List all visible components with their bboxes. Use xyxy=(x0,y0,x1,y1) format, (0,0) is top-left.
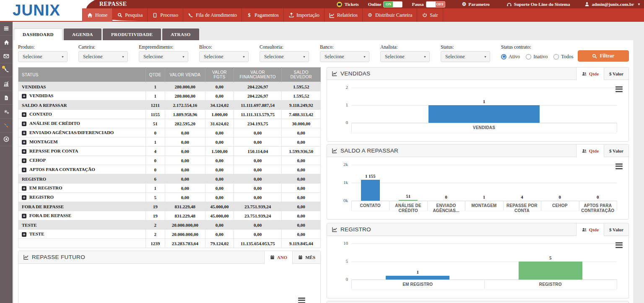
radio-todos[interactable]: Todos xyxy=(553,54,573,60)
expand-plus-icon[interactable]: + xyxy=(22,232,26,237)
tab-produtividade[interactable]: PRODUTIVIDADE xyxy=(103,28,161,40)
chart-bar-em-registro[interactable] xyxy=(386,276,449,280)
nav-item-sair[interactable]: Sair xyxy=(417,8,443,22)
sidebar-item-charts[interactable] xyxy=(0,77,13,91)
nav-item-pagamentos[interactable]: $Pagamentos xyxy=(242,8,284,22)
radio-ativo[interactable]: Ativo xyxy=(501,54,520,60)
panel-saldo-a-repassar: SALDO A REPASSARQtde$ Valor 0k1k2k1 155C… xyxy=(327,144,629,220)
column-header-status[interactable]: STATUS xyxy=(18,67,146,82)
value-cell: 282.595,20 xyxy=(165,119,205,128)
chart-gridline xyxy=(351,183,617,183)
nav-item-importaaao[interactable]: Importação xyxy=(284,8,325,22)
radio-inativo[interactable]: Inativo xyxy=(526,54,548,60)
expand-plus-icon[interactable]: + xyxy=(22,94,26,98)
carteira-select[interactable]: Selecione▼ xyxy=(78,51,128,62)
chart-export-menu-icon[interactable] xyxy=(615,85,623,93)
column-header-valor-fgts[interactable]: VALOR FGTS xyxy=(205,67,234,82)
value-cell: 280.000,00 xyxy=(165,91,205,101)
panel-tab-qtde[interactable]: Qtde xyxy=(576,145,604,157)
expand-plus-icon[interactable]: + xyxy=(22,158,26,163)
expand-plus-icon[interactable]: + xyxy=(22,195,26,200)
nav-item-fila-de-atendimento[interactable]: Fila de Atendimento xyxy=(183,8,242,22)
parametro-label: Parametro xyxy=(468,2,490,7)
power-icon xyxy=(422,13,427,18)
filter-group-consultoria: Consultoria:Selecione▼ xyxy=(260,44,309,62)
value-cell: 0,00 xyxy=(205,184,234,193)
consultoria-select[interactable]: Selecione▼ xyxy=(260,51,309,62)
panel-tab-$-valor[interactable]: $ Valor xyxy=(604,145,628,157)
column-header-valor-financiamento[interactable]: VALOR FINANCIAMENTO xyxy=(234,67,282,82)
expand-plus-icon[interactable]: + xyxy=(22,186,26,191)
panel-tab-ano[interactable]: ANO xyxy=(264,251,292,264)
filter-label: Consultoria: xyxy=(260,44,309,49)
sidebar-item-menu[interactable] xyxy=(0,22,13,36)
x-axis-category-label: APTOS PARA CONTRATAÇÃO xyxy=(581,203,615,213)
tab-atraso[interactable]: ATRASO xyxy=(162,28,199,40)
online-toggle[interactable]: ON xyxy=(383,1,402,8)
column-header-qtde[interactable]: QTDE xyxy=(145,67,165,82)
banco-select[interactable]: Selecione▼ xyxy=(320,51,369,62)
expand-plus-icon[interactable]: + xyxy=(22,149,26,154)
parametro-button[interactable]: ⚙ Parametro xyxy=(462,2,490,7)
headset-icon xyxy=(506,2,512,7)
bloco-select[interactable]: Selecione▼ xyxy=(199,51,249,62)
sidebar-item-phone[interactable] xyxy=(0,63,13,77)
expand-plus-icon[interactable]: + xyxy=(22,131,26,135)
produto-select[interactable]: Selecione▼ xyxy=(18,51,68,62)
table-row-total-total: 123923.283.783,6479.124,0211.135.654.053… xyxy=(18,239,321,248)
value-cell: 23.751.939,24 xyxy=(234,202,282,211)
sidebar-item-go[interactable] xyxy=(0,132,13,146)
value-cell: 0,00 xyxy=(234,128,282,137)
expand-plus-icon[interactable]: + xyxy=(22,214,26,218)
filtrar-button[interactable]: Filtrar xyxy=(578,50,629,62)
nav-item-distribuir-carteira[interactable]: ⚙Distribuir Carteira xyxy=(363,8,417,22)
value-cell: 45.000,00 xyxy=(205,202,234,211)
pausa-toggle[interactable]: OFF xyxy=(426,1,445,8)
panel-registro-header: REGISTROQtde$ Valor xyxy=(327,223,628,236)
chart-gridline xyxy=(351,165,617,165)
user-menu[interactable]: admin@junix.com.br ▼ xyxy=(584,2,641,7)
column-header-valor-venda[interactable]: VALOR VENDA xyxy=(165,67,205,82)
nav-item-home[interactable]: Home xyxy=(82,8,112,22)
filter-group-produto: Produto:Selecione▼ xyxy=(18,44,68,62)
cogs-icon: ⚙ xyxy=(462,2,467,7)
nav-item-relatorios[interactable]: Relatórios xyxy=(325,8,363,22)
chart-export-menu-icon[interactable] xyxy=(615,162,623,170)
panel-tab-qtde[interactable]: Qtde xyxy=(576,67,604,80)
status-select[interactable]: Selecione▼ xyxy=(441,51,490,62)
empreendimento-select[interactable]: Selecione▼ xyxy=(139,51,188,62)
expand-plus-icon[interactable]: + xyxy=(22,140,26,145)
sidebar-item-junix[interactable] xyxy=(0,119,13,132)
panel-tab-mes[interactable]: MÊS xyxy=(292,251,320,264)
value-cell: 0,00 xyxy=(234,137,282,147)
filter-label: Produto: xyxy=(18,44,68,49)
chart-bar-vendidas[interactable] xyxy=(428,105,540,123)
expand-plus-icon[interactable]: + xyxy=(22,112,26,117)
tab-agenda[interactable]: AGENDA xyxy=(64,28,101,40)
tickets-group[interactable]: Tickets xyxy=(336,1,359,8)
sidebar-item-mail[interactable] xyxy=(0,49,13,63)
content-sheet: Produto:Selecione▼Carteira:Selecione▼Emp… xyxy=(14,40,633,303)
panel-tab-$-valor[interactable]: $ Valor xyxy=(604,223,628,236)
panel-tab-qtde[interactable]: Qtde xyxy=(576,223,604,236)
column-header-saldo-devedor[interactable]: SALDO DEVEDOR xyxy=(282,67,321,82)
chart-bar-registro[interactable] xyxy=(519,262,582,280)
chart-export-menu-icon[interactable] xyxy=(615,241,623,249)
sidebar-item-settings[interactable] xyxy=(0,105,13,119)
panel-tab-$-valor[interactable]: $ Valor xyxy=(604,67,628,80)
analista-select[interactable]: Selecione▼ xyxy=(380,51,430,62)
chart-bar-contato[interactable] xyxy=(361,180,380,201)
suporte-button[interactable]: Suporte On-Line do Sistema xyxy=(506,2,570,7)
tab-dashboard[interactable]: DASHBOARD xyxy=(14,28,62,40)
chart-bar-an-lise-de-credito[interactable] xyxy=(399,200,418,201)
chevron-down-icon: ▼ xyxy=(423,52,426,62)
nav-item-processo[interactable]: Processo xyxy=(148,8,183,22)
sidebar-item-document[interactable] xyxy=(0,91,13,105)
chart-export-menu-icon[interactable] xyxy=(298,296,305,303)
expand-plus-icon[interactable]: + xyxy=(22,168,26,172)
expand-plus-icon[interactable]: + xyxy=(22,122,26,126)
nav-item-pesquisa[interactable]: Pesquisa xyxy=(112,8,148,22)
x-axis-band-line xyxy=(351,290,617,290)
sidebar-item-home[interactable] xyxy=(0,36,13,49)
value-cell: 11.111.697.887,54 xyxy=(234,101,282,110)
